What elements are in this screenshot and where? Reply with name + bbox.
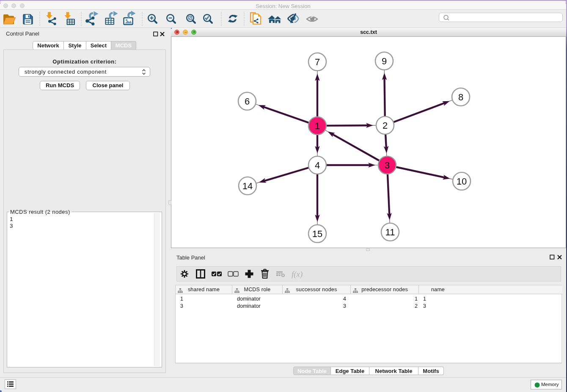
svg-text:2: 2 [383,120,388,131]
svg-text:11: 11 [385,227,395,237]
svg-text:4: 4 [315,160,320,171]
svg-text:f(x): f(x) [292,270,303,279]
svg-text:8: 8 [458,92,463,102]
svg-text:1: 1 [315,121,320,131]
svg-text:10: 10 [457,176,467,187]
svg-text:3: 3 [385,160,390,171]
svg-text:6: 6 [245,96,250,107]
svg-text:9: 9 [382,56,387,66]
svg-text:14: 14 [242,181,253,191]
svg-text:15: 15 [312,229,322,239]
svg-text:7: 7 [315,57,320,67]
